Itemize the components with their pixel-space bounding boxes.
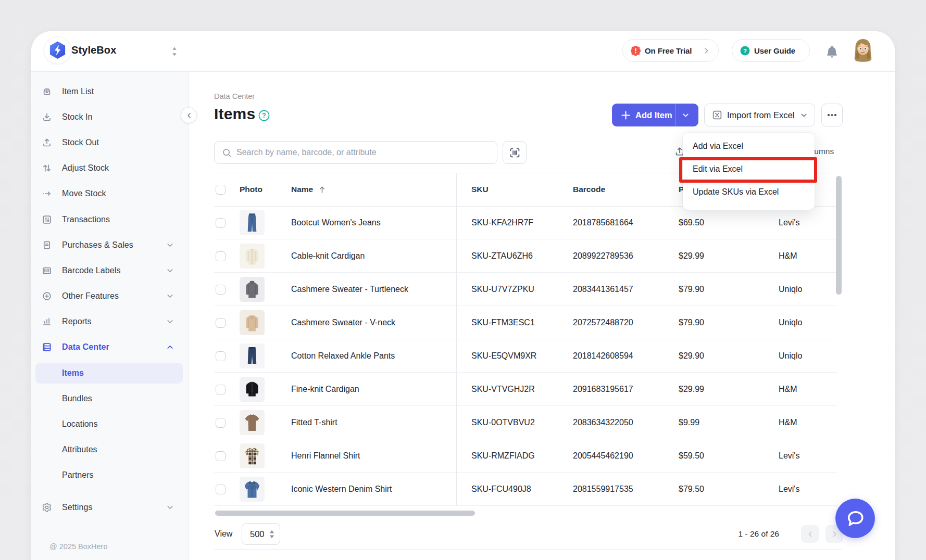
sidebar-item-adjust-stock[interactable]: Adjust Stock <box>31 156 188 181</box>
annotation-highlight-box <box>679 157 817 183</box>
sidebar-subitem-partners[interactable]: Partners <box>31 463 188 488</box>
vertical-scrollbar[interactable] <box>836 176 842 295</box>
sidebar-item-barcode-labels[interactable]: Barcode Labels <box>31 258 188 283</box>
item-list-icon <box>42 86 52 97</box>
row-checkbox[interactable] <box>216 339 226 373</box>
sidebar-subitem-items[interactable]: Items <box>31 360 188 386</box>
free-trial-button[interactable]: On Free Trial <box>622 39 719 62</box>
table-row[interactable]: Bootcut Women's JeansSKU-KFA2HR7F2018785… <box>214 206 837 239</box>
item-sku: SKU-E5QVM9XR <box>471 339 536 373</box>
sidebar-item-label: Adjust Stock <box>62 163 109 173</box>
sidebar-subitem-bundles[interactable]: Bundles <box>31 386 188 411</box>
more-actions-button[interactable] <box>821 104 843 126</box>
sidebar-item-data-center[interactable]: Data Center <box>31 335 188 360</box>
column-header-sku[interactable]: SKU <box>471 173 489 206</box>
sidebar-item-stock-out[interactable]: Stock Out <box>31 130 188 155</box>
chevron-left-icon <box>806 530 815 539</box>
table-row[interactable]: Cashmere Sweater - V-neckSKU-FTM3ESC1207… <box>214 306 837 339</box>
chat-widget-button[interactable] <box>835 499 875 538</box>
row-checkbox[interactable] <box>216 439 226 473</box>
item-brand: Uniqlo <box>779 306 802 339</box>
sidebar-item-move-stock[interactable]: Move Stock <box>31 181 188 207</box>
copyright-text: @ 2025 BoxHero <box>49 542 107 551</box>
chevron-right-icon <box>830 530 839 539</box>
import-from-excel-button[interactable]: Import from Excel <box>704 104 815 126</box>
user-avatar[interactable] <box>852 38 874 63</box>
workspace-logo[interactable] <box>44 36 71 64</box>
item-barcode: 2089922789536 <box>573 239 633 273</box>
pagination-range: 1 - 26 of 26 <box>701 529 779 539</box>
sidebar-item-purchases-sales[interactable]: Purchases & Sales <box>31 232 188 258</box>
menu-item-add-via-excel[interactable]: Add via Excel <box>683 135 815 158</box>
table-row[interactable]: Fine-knit CardiganSKU-VTVGHJ2R2091683195… <box>214 373 837 406</box>
table-row[interactable]: Cotton Relaxed Ankle PantsSKU-E5QVM9XR20… <box>214 339 837 373</box>
search-input[interactable]: Search by name, barcode, or attribute <box>214 141 497 164</box>
table-row[interactable]: Henri Flannel ShirtSKU-RMZFIADG200544546… <box>214 439 837 473</box>
column-header-name[interactable]: Name <box>291 173 327 206</box>
table-row[interactable]: Cashmere Sweater - TurtleneckSKU-U7V7ZPK… <box>214 273 837 306</box>
row-checkbox[interactable] <box>216 273 226 306</box>
sidebar-subitem-locations[interactable]: Locations <box>31 411 188 437</box>
move-stock-icon <box>42 188 52 199</box>
footer-divider <box>214 549 842 550</box>
chevron-down-icon[interactable] <box>681 111 690 120</box>
item-photo <box>240 273 265 306</box>
row-checkbox[interactable] <box>216 206 226 239</box>
item-name: Henri Flannel Shirt <box>291 439 360 473</box>
sidebar-item-transactions[interactable]: Transactions <box>31 207 188 232</box>
sidebar-subitem-attributes[interactable]: Attributes <box>31 437 188 463</box>
item-name: Cable-knit Cardigan <box>291 239 365 273</box>
barcode-scan-button[interactable] <box>503 141 527 164</box>
table-row[interactable]: Cable-knit CardiganSKU-ZTAU6ZH6208992278… <box>214 239 837 273</box>
sidebar-collapse-button[interactable] <box>181 107 197 123</box>
stock-out-icon <box>42 137 52 148</box>
sidebar: Item ListStock InStock OutAdjust StockMo… <box>31 72 189 560</box>
workspace-name[interactable]: StyleBox <box>71 44 116 56</box>
table-row[interactable]: Iconic Western Denim ShirtSKU-FCU490J820… <box>214 473 837 506</box>
sidebar-item-reports[interactable]: Reports <box>31 309 188 335</box>
gear-icon <box>42 502 52 513</box>
workspace-switcher-icon[interactable] <box>168 45 181 58</box>
select-all-checkbox[interactable] <box>216 173 226 206</box>
sort-ascending-icon <box>318 185 327 194</box>
row-checkbox[interactable] <box>216 473 226 506</box>
chevron-down-icon <box>166 266 174 275</box>
sidebar-item-label: Move Stock <box>62 189 106 198</box>
item-photo <box>240 239 265 273</box>
item-photo <box>240 306 265 339</box>
page-help-icon[interactable]: ? <box>258 110 270 121</box>
sidebar-item-settings[interactable]: Settings <box>31 494 188 520</box>
item-name: Cashmere Sweater - Turtleneck <box>291 273 408 306</box>
trial-badge-icon <box>631 46 641 56</box>
table-row[interactable]: Fitted T-shirtSKU-0OTVBVU22083634322050$… <box>214 406 837 439</box>
user-guide-button[interactable]: ? User Guide <box>732 39 810 62</box>
previous-page-button[interactable] <box>801 525 819 543</box>
horizontal-scrollbar[interactable] <box>215 511 475 516</box>
row-checkbox[interactable] <box>216 406 226 439</box>
item-price: $29.99 <box>679 373 704 406</box>
other-features-icon <box>42 291 52 301</box>
item-photo <box>240 406 265 439</box>
notifications-bell-icon[interactable] <box>825 45 839 59</box>
sidebar-item-other-features[interactable]: Other Features <box>31 284 188 309</box>
item-barcode: 2091683195617 <box>573 373 633 406</box>
row-checkbox[interactable] <box>216 239 226 273</box>
item-brand: H&M <box>779 373 797 406</box>
row-checkbox[interactable] <box>216 373 226 406</box>
sidebar-item-item-list[interactable]: Item List <box>31 79 188 104</box>
page-size-select[interactable]: 500 <box>242 523 280 545</box>
barcode-scan-icon <box>509 147 520 158</box>
item-photo <box>240 373 265 406</box>
sidebar-item-stock-in[interactable]: Stock In <box>31 104 188 130</box>
sidebar-subitem-label: Bundles <box>62 394 92 403</box>
chevron-down-icon <box>166 317 174 326</box>
item-price: $79.50 <box>679 473 704 506</box>
chat-bubble-icon <box>843 506 868 531</box>
column-header-barcode[interactable]: Barcode <box>573 173 605 206</box>
transactions-icon <box>42 214 52 225</box>
menu-item-update-skus-via-excel[interactable]: Update SKUs via Excel <box>683 181 815 203</box>
add-item-button[interactable]: Add Item <box>612 104 698 126</box>
item-price: $79.90 <box>679 273 704 306</box>
row-checkbox[interactable] <box>216 306 226 339</box>
column-header-photo[interactable]: Photo <box>240 173 262 206</box>
